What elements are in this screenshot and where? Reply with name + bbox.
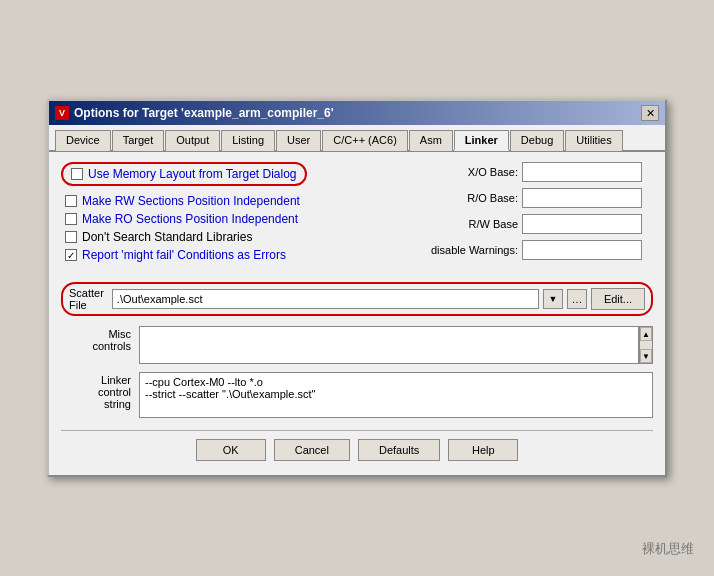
memory-layout-row: Use Memory Layout from Target Dialog [61, 162, 307, 186]
misc-scrollbar[interactable]: ▲ ▼ [639, 326, 653, 364]
tab-cpp[interactable]: C/C++ (AC6) [322, 130, 408, 151]
no-std-libs-checkbox[interactable] [65, 231, 77, 243]
button-row: OK Cancel Defaults Help [61, 430, 653, 465]
misc-label: Misc controls [61, 326, 131, 352]
no-std-libs-row: Don't Search Standard Libraries [61, 230, 403, 244]
rw-base-row: R/W Base [423, 214, 653, 234]
scroll-down-arrow[interactable]: ▼ [640, 349, 652, 363]
disable-warnings-label: disable Warnings: [423, 244, 518, 256]
memory-layout-checkbox[interactable] [71, 168, 83, 180]
memory-layout-label: Use Memory Layout from Target Dialog [88, 167, 297, 181]
ro-sections-checkbox[interactable] [65, 213, 77, 225]
linker-control-string-input[interactable] [139, 372, 653, 418]
ro-base-row: R/O Base: [423, 188, 653, 208]
no-std-libs-label: Don't Search Standard Libraries [82, 230, 252, 244]
scatter-browse-button[interactable]: … [567, 289, 587, 309]
tab-device[interactable]: Device [55, 130, 111, 151]
scatter-label: ScatterFile [69, 287, 108, 311]
rw-base-label: R/W Base [423, 218, 518, 230]
scatter-edit-button[interactable]: Edit... [591, 288, 645, 310]
ro-base-input[interactable] [522, 188, 642, 208]
ok-button[interactable]: OK [196, 439, 266, 461]
ro-sections-label: Make RO Sections Position Independent [82, 212, 298, 226]
rw-sections-row: Make RW Sections Position Independent [61, 194, 403, 208]
scatter-dropdown-button[interactable]: ▼ [543, 289, 563, 309]
ro-sections-row: Make RO Sections Position Independent [61, 212, 403, 226]
xo-base-input[interactable] [522, 162, 642, 182]
tab-utilities[interactable]: Utilities [565, 130, 622, 151]
xo-base-row: X/O Base: [423, 162, 653, 182]
report-errors-row: Report 'might fail' Conditions as Errors [61, 248, 403, 262]
dialog-title: Options for Target 'example_arm_compiler… [74, 106, 334, 120]
report-errors-label: Report 'might fail' Conditions as Errors [82, 248, 286, 262]
scroll-up-arrow[interactable]: ▲ [640, 327, 652, 341]
cancel-button[interactable]: Cancel [274, 439, 350, 461]
xo-base-label: X/O Base: [423, 166, 518, 178]
scatter-section: ScatterFile ▼ … Edit... [61, 282, 653, 316]
tab-listing[interactable]: Listing [221, 130, 275, 151]
right-fields: X/O Base: R/O Base: R/W Base disable War… [423, 162, 653, 266]
help-button[interactable]: Help [448, 439, 518, 461]
watermark: 裸机思维 [642, 540, 694, 558]
title-bar-left: V Options for Target 'example_arm_compil… [55, 106, 334, 120]
options-dialog: V Options for Target 'example_arm_compil… [47, 99, 667, 477]
linker-label: Linker control string [61, 372, 131, 410]
rw-sections-checkbox[interactable] [65, 195, 77, 207]
close-button[interactable]: ✕ [641, 105, 659, 121]
ro-base-label: R/O Base: [423, 192, 518, 204]
misc-controls-input[interactable] [139, 326, 639, 364]
scatter-inner: ScatterFile ▼ … Edit... [61, 282, 653, 316]
rw-sections-label: Make RW Sections Position Independent [82, 194, 300, 208]
top-section: Use Memory Layout from Target Dialog Mak… [61, 162, 653, 266]
tab-linker[interactable]: Linker [454, 130, 509, 151]
linker-section: Linker control string [61, 372, 653, 418]
tab-user[interactable]: User [276, 130, 321, 151]
tab-asm[interactable]: Asm [409, 130, 453, 151]
tabs-bar: Device Target Output Listing User C/C++ … [49, 125, 665, 152]
scatter-file-input[interactable] [112, 289, 539, 309]
tab-target[interactable]: Target [112, 130, 165, 151]
disable-warnings-row: disable Warnings: [423, 240, 653, 260]
defaults-button[interactable]: Defaults [358, 439, 440, 461]
tab-output[interactable]: Output [165, 130, 220, 151]
report-errors-checkbox[interactable] [65, 249, 77, 261]
dialog-body: Use Memory Layout from Target Dialog Mak… [49, 152, 665, 475]
disable-warnings-input[interactable] [522, 240, 642, 260]
title-bar: V Options for Target 'example_arm_compil… [49, 101, 665, 125]
misc-section: Misc controls ▲ ▼ [61, 326, 653, 364]
misc-input-area: ▲ ▼ [139, 326, 653, 364]
app-icon: V [55, 106, 69, 120]
left-options: Use Memory Layout from Target Dialog Mak… [61, 162, 403, 266]
tab-debug[interactable]: Debug [510, 130, 564, 151]
rw-base-input[interactable] [522, 214, 642, 234]
